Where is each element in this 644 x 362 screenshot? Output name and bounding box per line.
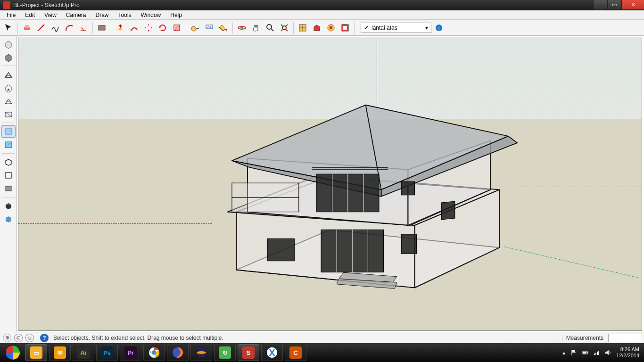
- arc-tool-icon[interactable]: [63, 21, 76, 34]
- menu-window[interactable]: Window: [136, 11, 166, 19]
- front-view-icon[interactable]: [1, 182, 16, 195]
- window-maximize-button[interactable]: ▭: [607, 0, 621, 9]
- tray-date: 12/2/2014: [616, 353, 639, 359]
- svg-rect-19: [330, 26, 332, 29]
- window-close-button[interactable]: ✕: [621, 0, 644, 9]
- orbit-tool-icon[interactable]: [235, 21, 248, 34]
- style-wireframe-icon[interactable]: [1, 68, 16, 81]
- menubar: File Edit View Camera Draw Tools Window …: [0, 10, 644, 20]
- taskbar-premiere-icon[interactable]: Pr: [120, 344, 141, 361]
- geo-status-icon[interactable]: ⊕: [3, 334, 11, 342]
- tray-volume-icon[interactable]: [605, 349, 611, 356]
- tray-show-hidden-icon[interactable]: ▲: [561, 350, 566, 355]
- tray-wifi-icon[interactable]: [594, 349, 600, 356]
- pan-tool-icon[interactable]: [249, 21, 263, 34]
- taskbar-photoshop-icon[interactable]: Ps: [96, 344, 118, 361]
- svg-rect-26: [6, 102, 11, 104]
- layer-selector[interactable]: ✔ lantai atas ▾: [361, 23, 431, 33]
- rectangle-tool-icon[interactable]: [95, 21, 108, 34]
- svg-rect-51: [401, 234, 416, 254]
- window-minimize-button[interactable]: —: [593, 0, 607, 9]
- taskbar-xampp-icon[interactable]: [261, 344, 283, 361]
- dimension-tool-icon[interactable]: A1: [203, 21, 216, 34]
- svg-point-66: [197, 351, 206, 354]
- user-status-icon[interactable]: ☺: [25, 334, 34, 342]
- credits-status-icon[interactable]: ©: [14, 334, 23, 342]
- svg-rect-70: [587, 352, 588, 353]
- style-monochrome-icon[interactable]: [1, 95, 16, 107]
- select-tool-icon[interactable]: [2, 21, 15, 34]
- layout-tool-icon[interactable]: [339, 21, 352, 34]
- follow-me-tool-icon[interactable]: [128, 21, 141, 34]
- style-shaded-icon[interactable]: [1, 51, 16, 63]
- svg-rect-74: [597, 352, 598, 355]
- tray-clock[interactable]: 8:26 AM 12/2/2014: [616, 346, 639, 358]
- svg-rect-57: [401, 181, 414, 195]
- menu-file[interactable]: File: [2, 11, 20, 19]
- svg-rect-29: [5, 129, 12, 134]
- eraser-tool-icon[interactable]: [20, 21, 33, 34]
- style-hidden-line-icon[interactable]: [1, 82, 16, 94]
- geolocation-tool-icon[interactable]: [296, 21, 309, 34]
- face-style-back-edges-icon[interactable]: [1, 139, 16, 151]
- push-pull-tool-icon[interactable]: [114, 21, 127, 34]
- svg-rect-34: [6, 205, 11, 205]
- help-status-icon[interactable]: ?: [40, 334, 49, 342]
- face-style-xray-icon[interactable]: [1, 125, 16, 138]
- rotate-tool-icon[interactable]: [156, 21, 169, 34]
- taskbar-ccleaner-icon[interactable]: C: [285, 344, 306, 361]
- svg-line-2: [38, 25, 44, 31]
- paint-bucket-tool-icon[interactable]: [217, 21, 230, 34]
- section-display-icon[interactable]: [1, 213, 16, 225]
- section-plane-icon[interactable]: [1, 200, 16, 212]
- svg-rect-32: [6, 173, 11, 178]
- measurements-input[interactable]: [608, 334, 641, 342]
- style-xray-icon[interactable]: [1, 108, 16, 120]
- svg-rect-25: [8, 89, 9, 90]
- svg-rect-73: [595, 353, 596, 355]
- svg-rect-75: [598, 351, 599, 355]
- svg-text:i: i: [438, 25, 439, 31]
- taskbar-eclipse-icon[interactable]: [190, 344, 212, 361]
- window-titlebar: BL-Project - SketchUp Pro — ▭ ✕: [0, 0, 644, 10]
- svg-rect-71: [583, 352, 586, 354]
- line-tool-icon[interactable]: [34, 21, 48, 34]
- system-tray: ▲ 8:26 AM 12/2/2014: [561, 346, 642, 358]
- taskbar-firefox-icon[interactable]: [167, 344, 189, 361]
- taskbar-illustrator-icon[interactable]: Ai: [73, 344, 94, 361]
- layer-visible-check-icon: ✔: [364, 25, 369, 31]
- tray-flag-icon[interactable]: [571, 349, 578, 356]
- taskbar-mail-icon[interactable]: ✉: [49, 344, 71, 361]
- 3d-viewport[interactable]: [18, 37, 642, 331]
- start-button[interactable]: [2, 344, 24, 361]
- menu-draw[interactable]: Draw: [91, 11, 114, 19]
- menu-tools[interactable]: Tools: [114, 11, 136, 19]
- iso-view-icon[interactable]: [1, 156, 16, 168]
- windows-logo-icon: [5, 345, 20, 360]
- tape-measure-tool-icon[interactable]: [189, 21, 202, 34]
- taskbar-sketchup-icon[interactable]: S: [238, 344, 259, 361]
- protractor-tool-icon[interactable]: [77, 21, 90, 34]
- taskbar-explorer-icon[interactable]: ▭: [25, 344, 47, 361]
- menu-camera[interactable]: Camera: [61, 11, 91, 19]
- svg-text:A1: A1: [207, 25, 211, 28]
- zoom-tool-icon[interactable]: [264, 21, 277, 34]
- menu-help[interactable]: Help: [165, 11, 187, 19]
- extension-warehouse-tool-icon[interactable]: [324, 21, 338, 34]
- menu-view[interactable]: View: [40, 11, 61, 19]
- freehand-tool-icon[interactable]: [49, 21, 62, 34]
- move-tool-icon[interactable]: [142, 21, 155, 34]
- taskbar-utility-icon[interactable]: ↻: [214, 344, 236, 361]
- top-view-icon[interactable]: [1, 169, 16, 181]
- 3d-warehouse-tool-icon[interactable]: [310, 21, 323, 34]
- svg-point-14: [267, 25, 272, 29]
- layer-manager-icon[interactable]: i: [432, 21, 446, 34]
- scale-tool-icon[interactable]: [170, 21, 183, 34]
- zoom-extents-tool-icon[interactable]: [278, 21, 291, 34]
- menu-edit[interactable]: Edit: [20, 11, 40, 19]
- style-shaded-textures-icon[interactable]: [1, 38, 16, 50]
- svg-rect-1: [25, 25, 29, 28]
- taskbar-chrome-icon[interactable]: [143, 344, 165, 361]
- tray-time: 8:26 AM: [616, 346, 639, 353]
- tray-battery-icon[interactable]: [582, 349, 589, 356]
